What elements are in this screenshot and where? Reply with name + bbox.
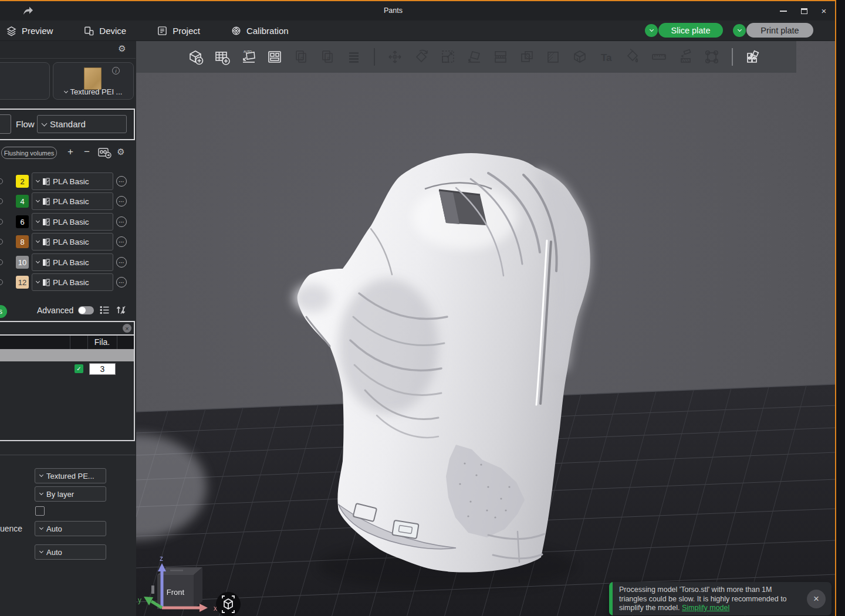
add-model-button[interactable] — [185, 47, 205, 67]
flow-select[interactable]: Standard — [37, 115, 127, 133]
status-badge[interactable]: s — [0, 305, 7, 318]
filament-select[interactable]: PLA Basic — [32, 213, 113, 231]
ams-icon[interactable] — [97, 146, 111, 159]
filament-number-field[interactable] — [89, 363, 116, 375]
print-options-dropdown[interactable] — [733, 24, 746, 37]
filament-color-swatch[interactable]: 2 — [16, 175, 29, 188]
svg-text:0: 0 — [300, 56, 303, 62]
advanced-toggle[interactable] — [78, 306, 94, 314]
filament-select[interactable]: PLA Basic — [32, 233, 113, 251]
svg-text:P: P — [327, 56, 331, 62]
chevron-down-icon — [36, 178, 40, 182]
advanced-label: Advanced — [37, 306, 73, 315]
share-icon[interactable] — [21, 4, 34, 17]
slice-options-dropdown[interactable] — [645, 24, 658, 37]
print-plate-button[interactable]: Print plate — [746, 23, 813, 38]
spool-icon — [42, 178, 50, 185]
bed-type-select[interactable]: Textured PE... — [35, 468, 106, 483]
filament-row: 12 PLA Basic ⋯ — [0, 273, 136, 291]
fit-view-button[interactable] — [216, 592, 241, 616]
filament-select[interactable]: PLA Basic — [32, 172, 113, 190]
filament-color-swatch[interactable]: 10 — [16, 256, 29, 269]
minimize-button[interactable] — [776, 4, 791, 18]
sync-dot-icon — [0, 239, 3, 245]
chevron-down-icon — [39, 491, 43, 495]
tab-device[interactable]: Device — [83, 25, 126, 36]
assembly-view-button[interactable] — [743, 47, 763, 67]
chevron-down-icon — [42, 120, 48, 126]
chevron-down-icon — [39, 526, 43, 530]
chevron-down-icon — [64, 89, 68, 93]
filament-color-swatch[interactable]: 6 — [16, 215, 29, 228]
filament-select[interactable]: PLA Basic — [32, 253, 113, 271]
plate-type-label: Textured PEI ... — [70, 87, 123, 96]
flow-partial-input[interactable] — [0, 114, 11, 134]
gizmo-y-label: y — [138, 596, 141, 604]
maximize-button[interactable] — [796, 4, 812, 18]
filament-color-swatch[interactable]: 4 — [16, 195, 29, 208]
filament-more-button[interactable]: ⋯ — [116, 257, 127, 268]
flushing-volumes-button[interactable]: Flushing volumes — [1, 147, 57, 159]
fill-button — [543, 47, 563, 67]
plate-type-card[interactable]: i Textured PEI ... — [53, 62, 134, 100]
tab-project[interactable]: Project — [157, 25, 200, 36]
remove-filament-button[interactable]: − — [82, 147, 92, 157]
filament-row: 4 PLA Basic ⋯ — [0, 192, 136, 210]
spool-icon — [42, 238, 50, 246]
object-checkbox[interactable]: ✓ — [75, 364, 83, 373]
tab-calibration[interactable]: Calibration — [231, 25, 289, 36]
main-tab-bar: Preview Device Project Calibration — [0, 21, 835, 41]
sync-dot-icon — [0, 259, 3, 265]
object-list-icon[interactable] — [100, 305, 110, 315]
slice-plate-button[interactable]: Slice plate — [658, 23, 723, 38]
left-sidebar: ⚙ i Textured PEI ... Flow Standard Flush… — [0, 41, 136, 616]
filament-more-button[interactable]: ⋯ — [116, 236, 127, 247]
tab-preview[interactable]: Preview — [6, 25, 53, 36]
sequence-select[interactable]: Auto — [35, 521, 106, 536]
viewport-3d[interactable]: Front z x y — [136, 41, 836, 616]
toolbar-separator — [732, 48, 733, 66]
rotate-button — [411, 47, 431, 67]
filament-row: 10 PLA Basic ⋯ — [0, 253, 136, 271]
chevron-down-icon — [39, 473, 43, 477]
project-icon — [157, 25, 168, 36]
table-header: Fila. — [0, 336, 134, 349]
filament-select[interactable]: PLA Basic — [32, 273, 113, 291]
simplify-model-link[interactable]: Simplify model — [682, 604, 729, 612]
printer-settings-gear-icon[interactable]: ⚙ — [116, 44, 128, 53]
add-plate-button[interactable] — [212, 47, 232, 67]
print-mode-select[interactable]: By layer — [35, 486, 106, 502]
filament-settings-gear-icon[interactable]: ⚙ — [115, 147, 127, 156]
text-tool-button: Ta — [596, 47, 616, 67]
filament-color-swatch[interactable]: 12 — [16, 276, 29, 289]
chevron-down-icon — [39, 549, 43, 553]
clear-search-icon[interactable]: × — [123, 324, 131, 333]
filament-column-header: Fila. — [87, 337, 117, 347]
filament-row: 8 PLA Basic ⋯ — [0, 233, 136, 251]
spool-icon — [42, 198, 50, 205]
arrange-button[interactable] — [265, 47, 285, 67]
filament-more-button[interactable]: ⋯ — [116, 216, 127, 227]
mesh-repair-button — [570, 47, 590, 67]
filament-more-button[interactable]: ⋯ — [116, 277, 127, 287]
filament-more-button[interactable]: ⋯ — [116, 176, 127, 187]
filament-select[interactable]: PLA Basic — [32, 192, 113, 210]
object-search-input[interactable] — [0, 322, 134, 334]
filament-color-swatch[interactable]: 8 — [16, 235, 29, 248]
sort-filter-icon[interactable] — [116, 304, 127, 316]
option-checkbox[interactable] — [35, 506, 45, 516]
close-button[interactable]: × — [816, 4, 832, 18]
printer-card[interactable] — [0, 62, 50, 100]
filament-more-button[interactable]: ⋯ — [116, 196, 127, 207]
auto-orient-button[interactable]: AUTO — [238, 47, 258, 67]
info-icon[interactable]: i — [112, 67, 120, 75]
selected-object-row[interactable] — [0, 349, 134, 361]
paste-button: P — [317, 47, 337, 67]
toast-close-icon[interactable]: × — [807, 590, 826, 608]
notification-toast: Processing model 'Torso.stl' with more t… — [609, 582, 832, 615]
sync-dot-icon — [0, 219, 3, 225]
add-filament-button[interactable]: + — [65, 147, 76, 157]
gizmo-z-label: z — [160, 554, 163, 563]
spool-icon — [42, 279, 50, 286]
auto-select[interactable]: Auto — [35, 544, 106, 560]
